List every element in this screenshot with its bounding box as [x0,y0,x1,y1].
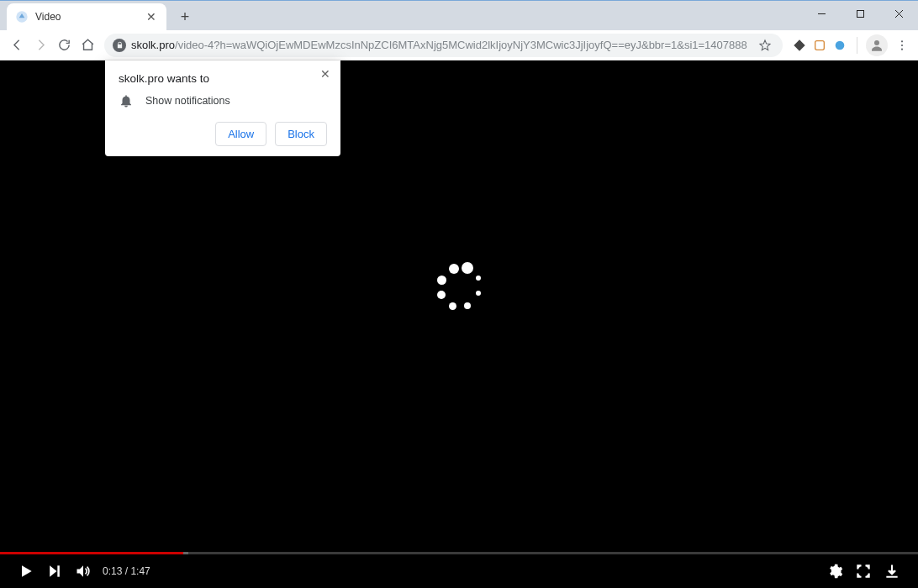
svg-marker-16 [77,565,84,576]
browser-titlebar: Video ✕ + [0,0,918,30]
download-button[interactable] [878,557,906,585]
toolbar-divider [857,37,857,54]
svg-marker-13 [22,565,32,576]
address-bar[interactable]: skolk.pro/video-4?h=waWQiOjEwMDEwMzcsInN… [104,34,783,57]
svg-marker-5 [760,40,770,50]
window-maximize-button[interactable] [841,1,879,26]
settings-button[interactable] [820,557,849,585]
extension-2-icon[interactable] [811,37,828,54]
video-time-display: 0:13 / 1:47 [103,565,150,577]
page-content: ✕ skolk.pro wants to Show notifications … [0,60,918,588]
loading-spinner [434,262,484,312]
volume-button[interactable] [69,557,98,585]
duration: 1:47 [130,565,150,577]
svg-marker-6 [794,39,805,50]
profile-avatar-button[interactable] [866,34,888,56]
allow-button[interactable]: Allow [215,122,266,146]
progress-played [0,552,183,554]
url-path: /video-4?h=waWQiOjEwMDEwMzcsInNpZCI6MTAx… [175,39,747,51]
extensions-area [788,37,852,54]
extension-3-icon[interactable] [831,37,848,54]
next-button[interactable] [40,557,69,585]
dialog-title: skolk.pro wants to [119,72,327,85]
browser-tab[interactable]: Video ✕ [7,3,166,30]
bell-icon [119,93,134,108]
svg-rect-15 [57,565,60,576]
new-tab-button[interactable]: + [173,5,197,29]
block-button[interactable]: Block [275,122,327,146]
video-controls: 0:13 / 1:47 [0,552,918,588]
nav-reload-button[interactable] [52,34,76,57]
svg-point-8 [836,40,845,50]
nav-forward-button [29,34,52,57]
bookmark-star-icon[interactable] [756,36,774,55]
browser-toolbar: skolk.pro/video-4?h=waWQiOjEwMDEwMzcsInN… [0,30,918,60]
tab-close-icon[interactable]: ✕ [145,8,158,25]
video-progress-bar[interactable] [0,552,918,554]
current-time: 0:13 [103,565,122,577]
plus-icon: + [181,8,190,26]
tab-favicon [15,10,29,24]
svg-point-9 [874,40,879,45]
url-host: skolk.pro [131,39,175,51]
window-close-button[interactable] [879,1,918,26]
nav-home-button[interactable] [76,34,99,57]
svg-point-11 [901,44,903,45]
permission-request-text: Show notifications [145,95,230,107]
play-button[interactable] [12,557,40,585]
dialog-close-icon[interactable]: ✕ [317,66,334,82]
svg-point-10 [901,40,903,42]
browser-menu-button[interactable] [891,34,913,56]
svg-rect-2 [857,10,863,17]
extension-1-icon[interactable] [791,37,808,54]
svg-point-12 [901,48,903,50]
site-info-lock-icon[interactable] [113,39,126,52]
window-minimize-button[interactable] [802,1,841,26]
nav-back-button[interactable] [5,34,29,57]
fullscreen-button[interactable] [849,557,878,585]
svg-marker-14 [50,565,56,576]
tab-title: Video [35,11,145,23]
notification-permission-dialog: ✕ skolk.pro wants to Show notifications … [105,60,340,156]
window-controls [802,1,918,26]
svg-rect-7 [815,40,825,50]
